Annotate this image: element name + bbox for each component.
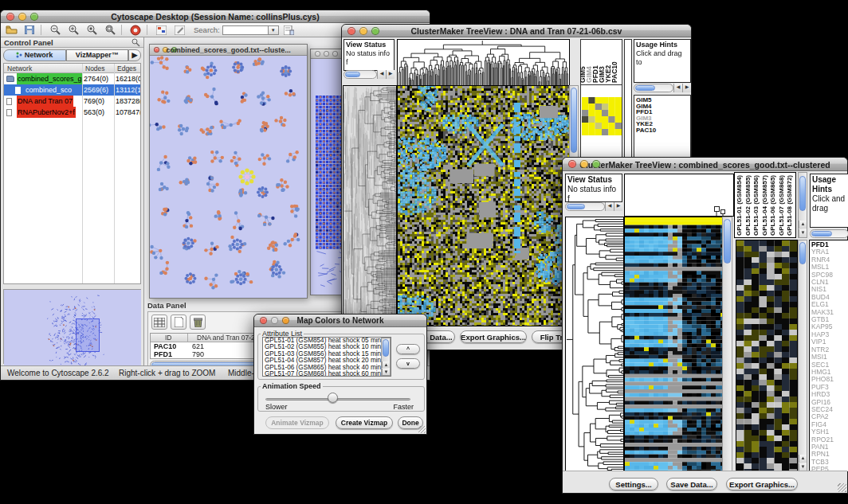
tv2-labels-vscrollbar[interactable]: ▲ ▼: [798, 172, 807, 238]
scroll-up-arrow[interactable]: ▲: [382, 361, 390, 368]
network-table-row[interactable]: RNAPuberNov2+f563(0)107847(0): [4, 107, 140, 118]
tv2-column-label: GPL51-01 (GSM854): [736, 175, 743, 236]
dialog-titlebar[interactable]: Map Colors to Network: [254, 315, 426, 327]
animation-speed-slider[interactable]: [265, 398, 410, 400]
network-overview-canvas[interactable]: [4, 290, 141, 376]
close-button[interactable]: [315, 51, 320, 57]
slower-label: Slower: [265, 403, 288, 411]
tv1-selected-cluster-heatmap[interactable]: [582, 97, 622, 135]
tv2-column-labels: GPL51-01 (GSM854)GPL51-02 (GSM855)GPL51-…: [734, 172, 796, 238]
zoom-button[interactable]: [282, 317, 289, 324]
minimize-button[interactable]: [18, 13, 26, 21]
scroll-up-arrow[interactable]: ▲: [799, 221, 807, 229]
scroll-right-arrow[interactable]: ▶: [682, 84, 691, 92]
network-name: combined_sco: [25, 84, 73, 96]
zoom-button[interactable]: [371, 27, 379, 35]
delete-trash-icon[interactable]: [190, 315, 206, 330]
open-file-button[interactable]: [3, 24, 19, 36]
resize-grip[interactable]: [838, 483, 846, 492]
zoom-in-button[interactable]: [65, 24, 81, 36]
attribute-list-item[interactable]: GPL51-07 (GSM868) heat shock 60 min: [263, 371, 391, 377]
tv2-genes-vscrollbar[interactable]: ▲ ▼: [798, 240, 807, 472]
minimize-button[interactable]: [580, 160, 588, 168]
network-table-row[interactable]: combined_scores_g2764(0)16218(0): [4, 73, 140, 84]
zoom-button[interactable]: [30, 13, 38, 21]
zoom-button[interactable]: [592, 160, 600, 168]
tv2-titlebar[interactable]: ClusterMaker TreeView : combined_scores_…: [563, 158, 847, 171]
close-button[interactable]: [260, 317, 267, 324]
scroll-right-arrow[interactable]: ▶: [386, 70, 395, 79]
main-titlebar[interactable]: Cytoscape Desktop (Session Name: collins…: [1, 10, 430, 23]
scroll-left-arrow[interactable]: ◀: [377, 70, 386, 79]
scroll-down-arrow[interactable]: ▼: [382, 369, 390, 375]
overview-viewport-rect[interactable]: [76, 318, 100, 352]
tv1-status-scrollbar[interactable]: ◀ ▶: [344, 70, 395, 79]
save-data-button[interactable]: Save Data...: [666, 478, 717, 490]
annotation-icon-button[interactable]: [171, 24, 187, 36]
tv2-selected-cluster-heatmap[interactable]: [736, 240, 798, 474]
zoom-selected-button[interactable]: [84, 24, 100, 36]
minimize-button[interactable]: [271, 317, 278, 324]
tab-overflow-button[interactable]: ▶: [128, 49, 141, 61]
move-down-button[interactable]: v: [396, 358, 420, 369]
tv2-heatmap-vscrollbar[interactable]: [722, 217, 732, 472]
attribute-table-icon[interactable]: [151, 315, 167, 330]
scroll-left-arrow[interactable]: ◀: [673, 84, 682, 92]
close-button[interactable]: [568, 160, 576, 168]
network-frame-combined-scores[interactable]: combined_scores_good.txt--cluste...: [149, 44, 308, 299]
export-graphics-button[interactable]: Export Graphics...: [726, 478, 798, 490]
tv1-usage-scrollbar[interactable]: ◀ ▶: [634, 84, 691, 92]
settings-button[interactable]: Settings...: [609, 478, 658, 490]
tab-network[interactable]: Network: [3, 49, 66, 61]
resize-grip[interactable]: [418, 426, 426, 433]
scroll-right-arrow[interactable]: ▶: [614, 202, 622, 211]
tv2-heatmap[interactable]: [624, 217, 723, 474]
move-up-button[interactable]: ^: [396, 344, 420, 354]
export-graphics-button[interactable]: Export Graphics...: [460, 330, 527, 343]
tv1-row-dendrogram[interactable]: [343, 85, 397, 326]
control-panel: Control Panel Network VizMapper™ ▶ Netwo…: [1, 37, 144, 365]
status-hint-zoom: Right-click + drag to ZOOM: [119, 369, 215, 377]
panel-zoom-icon[interactable]: [132, 38, 140, 47]
tv2-row-dendrogram[interactable]: [565, 217, 624, 474]
tv1-heatmap[interactable]: [397, 85, 570, 326]
animate-vizmap-button[interactable]: Animate Vizmap: [265, 416, 329, 429]
create-vizmap-button[interactable]: Create Vizmap: [336, 416, 393, 429]
minimize-button[interactable]: [324, 51, 329, 57]
scroll-up-arrow[interactable]: ▲: [799, 455, 807, 463]
slider-thumb[interactable]: [328, 393, 338, 403]
search-input[interactable]: [222, 25, 269, 35]
network-table-row[interactable]: DNA and Tran 07769(0)183728(0): [4, 96, 140, 107]
attribute-listbox[interactable]: GPL51-01 (GSM854) heat shock 05 minGPL51…: [262, 337, 391, 377]
search-dropdown-button[interactable]: ▼: [269, 25, 279, 35]
vizmapper-icon-button[interactable]: [153, 24, 169, 36]
tv1-column-dendrogram[interactable]: [397, 39, 570, 86]
tv2-status-scrollbar[interactable]: ◀ ▶: [565, 202, 622, 211]
tv1-titlebar[interactable]: ClusterMaker TreeView : DNA and Tran 07-…: [342, 25, 691, 37]
help-lifering-icon[interactable]: [128, 24, 143, 36]
network-overview-panel[interactable]: [3, 289, 141, 364]
tv1-row-label[interactable]: PAC10: [636, 127, 690, 134]
zoom-out-button[interactable]: [47, 24, 63, 36]
scroll-left-arrow[interactable]: ◀: [605, 202, 614, 211]
close-button[interactable]: [347, 27, 355, 35]
attribute-list-vscrollbar[interactable]: ▲ ▼: [381, 338, 391, 376]
zoom-button[interactable]: [332, 51, 338, 57]
network-view-canvas[interactable]: [150, 56, 307, 298]
control-panel-tabs: Network VizMapper™ ▶: [3, 49, 141, 61]
close-button[interactable]: [6, 13, 14, 21]
scroll-down-arrow[interactable]: ▼: [799, 229, 807, 237]
search-label: Search:: [194, 25, 220, 34]
tab-vizmapper[interactable]: VizMapper™: [66, 49, 129, 61]
minimize-button[interactable]: [359, 27, 367, 35]
tv2-column-dendrogram[interactable]: [624, 174, 734, 217]
frame1-titlebar[interactable]: combined_scores_good.txt--cluste...: [150, 45, 307, 56]
network-table-row[interactable]: combined_sco2569(6)13112(15): [4, 84, 140, 96]
new-attribute-icon[interactable]: [171, 315, 186, 330]
dense-network-view-canvas[interactable]: [316, 96, 343, 295]
attribute-browser-icon-button[interactable]: [281, 24, 297, 36]
edge-count: 183728(0): [116, 96, 141, 107]
tv2-usage-scrollbar[interactable]: [810, 229, 848, 238]
save-button[interactable]: [22, 24, 37, 36]
zoom-fit-button[interactable]: [102, 24, 118, 36]
